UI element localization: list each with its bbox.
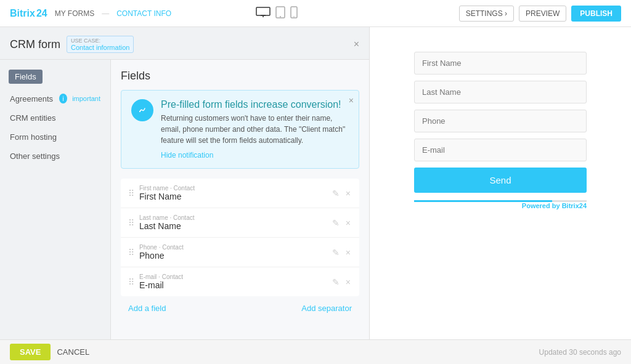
publish-button[interactable]: PUBLISH: [571, 6, 621, 22]
preview-last-name[interactable]: [414, 81, 587, 103]
svg-point-6: [293, 16, 295, 17]
use-case-label: USE CASE:: [71, 38, 129, 44]
svg-point-8: [139, 111, 140, 112]
updated-text: Updated 30 seconds ago: [539, 348, 621, 357]
important-label: important: [72, 95, 100, 102]
mobile-icon[interactable]: [290, 6, 298, 21]
remove-field-button[interactable]: ×: [344, 246, 352, 259]
field-name: Last Name: [139, 221, 326, 231]
sidebar-fields-label: Fields: [9, 70, 43, 84]
content-area: Fields Pre-filled form fields increase c…: [111, 60, 369, 339]
sidebar-item-other-settings[interactable]: Other settings: [0, 147, 110, 166]
field-info: E-mail · Contact E-mail: [139, 273, 326, 290]
notification-icon: [131, 99, 153, 121]
notification-box: Pre-filled form fields increase conversi…: [121, 90, 359, 169]
sidebar-crm-entities-label: CRM entities: [10, 113, 55, 123]
settings-button[interactable]: SETTINGS ›: [459, 6, 514, 22]
field-label-small: First name · Contact: [139, 185, 326, 192]
edit-field-button[interactable]: ✎: [331, 217, 341, 229]
powered-by: Powered by Bitrix24: [414, 202, 587, 209]
sidebar: Fields Agreements i important CRM entiti…: [0, 60, 111, 339]
field-actions: ✎ ×: [331, 217, 352, 229]
hide-notification-link[interactable]: Hide notification: [161, 151, 349, 160]
drag-handle[interactable]: ⠿: [128, 248, 134, 257]
sidebar-other-settings-label: Other settings: [10, 152, 60, 161]
right-preview: Send Powered by Bitrix24: [370, 27, 631, 339]
sidebar-item-agreements[interactable]: Agreements i important: [0, 89, 110, 108]
notification-content: Pre-filled form fields increase conversi…: [161, 99, 349, 160]
field-name: Phone: [139, 251, 326, 261]
close-icon[interactable]: ×: [354, 39, 359, 50]
field-info: Last name · Contact Last Name: [139, 214, 326, 231]
powered-by-brand: Bitrix24: [562, 202, 587, 209]
field-row: ⠿ E-mail · Contact E-mail ✎ ×: [121, 267, 359, 296]
field-actions: ✎ ×: [331, 276, 352, 288]
field-info: Phone · Contact Phone: [139, 244, 326, 261]
fields-list: ⠿ First name · Contact First Name ✎ × ⠿: [121, 179, 359, 296]
nav-right: SETTINGS › PREVIEW PUBLISH: [459, 6, 621, 22]
field-label-small: E-mail · Contact: [139, 273, 326, 280]
remove-field-button[interactable]: ×: [344, 217, 352, 229]
crm-header: CRM form USE CASE: Contact information ×: [0, 27, 369, 60]
device-icons: [256, 6, 298, 21]
tablet-icon[interactable]: [275, 6, 285, 21]
sidebar-item-crm-entities[interactable]: CRM entities: [0, 108, 110, 127]
drag-handle[interactable]: ⠿: [128, 218, 134, 228]
powered-by-text: Powered by: [522, 202, 562, 209]
logo: Bitrix 24: [10, 8, 47, 19]
edit-field-button[interactable]: ✎: [331, 187, 341, 200]
edit-field-button[interactable]: ✎: [331, 246, 341, 259]
top-nav: Bitrix 24 MY FORMS — CONTACT INFO SETTIN…: [0, 0, 631, 27]
crm-form-title: CRM form: [10, 38, 60, 51]
panel-body: Fields Agreements i important CRM entiti…: [0, 60, 369, 339]
add-separator-button[interactable]: Add separator: [301, 304, 352, 313]
preview-form: Send Powered by Bitrix24: [414, 52, 587, 209]
field-row: ⠿ Last name · Contact Last Name ✎ ×: [121, 208, 359, 238]
notification-close-icon[interactable]: ×: [349, 95, 354, 105]
preview-button[interactable]: PREVIEW: [519, 6, 566, 22]
remove-field-button[interactable]: ×: [344, 187, 352, 200]
use-case-link[interactable]: Contact information: [71, 44, 129, 51]
field-row: ⠿ First name · Contact First Name ✎ ×: [121, 179, 359, 208]
field-actions: ✎ ×: [331, 246, 352, 259]
drag-handle[interactable]: ⠿: [128, 188, 134, 198]
drag-handle[interactable]: ⠿: [128, 277, 134, 287]
important-badge: i: [59, 94, 67, 103]
field-row: ⠿ Phone · Contact Phone ✎ ×: [121, 238, 359, 267]
save-button[interactable]: SAVE: [10, 344, 51, 360]
notification-text: Returning customers won't have to enter …: [161, 113, 349, 146]
field-label-small: Last name · Contact: [139, 214, 326, 221]
nav-arrow: —: [102, 9, 109, 18]
contact-info-nav: CONTACT INFO: [116, 9, 171, 18]
remove-field-button[interactable]: ×: [344, 276, 352, 288]
desktop-icon[interactable]: [256, 7, 271, 20]
main-layout: CRM form USE CASE: Contact information ×…: [0, 27, 631, 339]
my-forms-link[interactable]: MY FORMS: [55, 9, 94, 18]
notification-title: Pre-filled form fields increase conversi…: [161, 99, 349, 110]
field-label-small: Phone · Contact: [139, 244, 326, 251]
left-panel: CRM form USE CASE: Contact information ×…: [0, 27, 370, 339]
preview-phone[interactable]: [414, 110, 587, 132]
preview-send-button[interactable]: Send: [414, 168, 587, 193]
sidebar-item-form-hosting[interactable]: Form hosting: [0, 127, 110, 147]
section-title: Fields: [121, 70, 359, 83]
preview-email[interactable]: [414, 139, 587, 161]
use-case-badge: USE CASE: Contact information: [67, 36, 134, 53]
cancel-button[interactable]: CANCEL: [57, 347, 89, 357]
svg-point-4: [280, 16, 281, 17]
bottom-bar: SAVE CANCEL Updated 30 seconds ago: [0, 339, 631, 364]
field-actions: ✎ ×: [331, 187, 352, 200]
logo-num: 24: [36, 8, 47, 19]
edit-field-button[interactable]: ✎: [331, 276, 341, 288]
sidebar-agreements-label: Agreements: [10, 94, 53, 103]
sidebar-item-fields[interactable]: Fields: [0, 65, 110, 89]
add-row: Add a field Add separator: [121, 296, 359, 313]
preview-first-name[interactable]: [414, 52, 587, 75]
field-name: First Name: [139, 192, 326, 201]
logo-text: Bitrix: [10, 8, 35, 19]
svg-rect-0: [256, 7, 270, 15]
field-info: First name · Contact First Name: [139, 185, 326, 201]
sidebar-form-hosting-label: Form hosting: [10, 132, 57, 142]
field-name: E-mail: [139, 280, 326, 290]
add-field-button[interactable]: Add a field: [128, 304, 166, 313]
